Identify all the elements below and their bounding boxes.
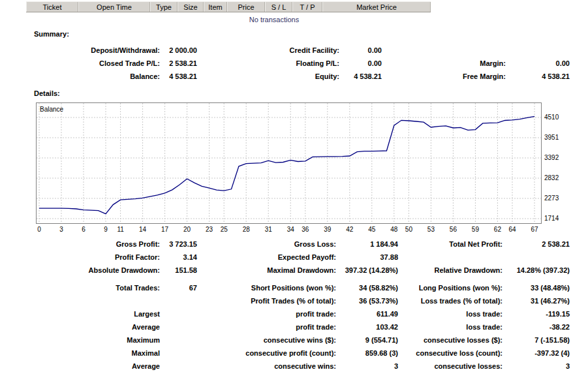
column-header-ticket[interactable]: Ticket [26, 2, 78, 12]
x-axis-label: 28 [243, 226, 250, 233]
stat-value: 3 [503, 362, 570, 370]
stat-row: Profit Trades (% of total):36 (53.73%)Lo… [26, 294, 570, 307]
stat-label: Total Net Profit: [398, 240, 503, 248]
column-header-open-time[interactable]: Open Time [78, 2, 150, 12]
stat-value: 36 (53.73%) [336, 297, 398, 305]
summary-value: 4 538.21 [160, 72, 197, 80]
stat-value: -38.22 [503, 323, 570, 331]
stat-label: consecutive profit (count): [197, 349, 336, 357]
stat-label: Average [26, 362, 160, 370]
stat-value: 397.32 (14.28%) [336, 266, 398, 274]
transactions-table-header: TicketOpen TimeTypeSizeItemPriceS / LT /… [26, 1, 431, 12]
x-axis-label: 50 [405, 226, 412, 233]
stat-value: 1 184.94 [336, 240, 398, 248]
column-header-t-p[interactable]: T / P [292, 2, 322, 12]
x-axis-label: 39 [324, 226, 331, 233]
stat-row: Averageconsecutive wins:3consecutive los… [26, 360, 570, 372]
column-header-item[interactable]: Item [204, 2, 227, 12]
column-header-price[interactable]: Price [227, 2, 265, 12]
y-axis-label: 1714 [544, 215, 559, 222]
stat-value: 611.49 [336, 310, 398, 318]
x-axis-label: 23 [206, 226, 213, 233]
stat-label: consecutive wins: [197, 362, 336, 370]
stat-label: Average [26, 323, 160, 331]
y-axis-label: 3951 [544, 134, 559, 141]
stat-label: Long Positions (won %): [398, 284, 503, 292]
summary-grid: Deposit/Withdrawal:2 000.00Credit Facili… [26, 44, 570, 83]
column-header-type[interactable]: Type [150, 2, 178, 12]
stat-label: Profit Trades (% of total): [197, 297, 336, 305]
stat-label: consecutive loss (count): [398, 349, 503, 357]
stat-label: loss trade: [398, 323, 503, 331]
x-axis-label: 17 [161, 226, 168, 233]
stat-label: Absolute Drawdown: [26, 266, 160, 274]
summary-heading: Summary: [34, 30, 69, 38]
column-header-size[interactable]: Size [178, 2, 204, 12]
summary-value: 4 538.21 [506, 72, 570, 80]
summary-label: Equity: [197, 72, 339, 80]
stat-label: Largest [26, 310, 160, 318]
x-axis-label: 9 [104, 226, 108, 233]
x-axis-label: 34 [287, 226, 294, 233]
stat-value: 3 [336, 362, 398, 370]
x-axis-label: 25 [221, 226, 228, 233]
stat-label: Profit Factor: [26, 253, 160, 261]
x-axis-label: 62 [494, 226, 501, 233]
y-axis-labels: 171422732832339239514510 [544, 102, 570, 224]
stat-row: Total Trades:67Short Positions (won %):3… [26, 281, 570, 294]
summary-label: Floating P/L: [197, 59, 339, 67]
stat-value: 2 538.21 [503, 240, 570, 248]
column-header-s-l[interactable]: S / L [265, 2, 292, 12]
x-axis-label: 45 [368, 226, 375, 233]
y-axis-label: 4510 [544, 114, 559, 121]
stat-label: consecutive losses ($): [398, 336, 503, 344]
summary-row: Balance:4 538.21Equity:4 538.21Free Marg… [26, 70, 570, 83]
stat-label: loss trade: [398, 310, 503, 318]
summary-value: 0.00 [339, 59, 382, 67]
stat-row: Gross Profit:3 723.15Gross Loss:1 184.94… [26, 238, 570, 251]
summary-value: 2 000.00 [160, 46, 197, 54]
summary-row: Closed Trade P/L:2 538.21Floating P/L:0.… [26, 57, 570, 70]
stat-value: 103.42 [336, 323, 398, 331]
chart-plot-area [37, 103, 541, 223]
x-axis-label: 31 [265, 226, 272, 233]
x-axis-label: 48 [390, 226, 397, 233]
stat-label: Total Trades: [26, 284, 160, 292]
x-axis-label: 6 [82, 226, 85, 233]
stat-value: 9 (554.71) [336, 336, 398, 344]
stat-label: profit trade: [197, 310, 336, 318]
stat-row: Maximumconsecutive wins ($):9 (554.71)co… [26, 333, 570, 347]
stat-label: Short Positions (won %): [197, 284, 336, 292]
summary-label: Balance: [26, 72, 160, 80]
balance-line [39, 116, 534, 213]
x-axis-labels: 0369111417202325283134363942454850535659… [37, 226, 541, 234]
column-header-market-price[interactable]: Market Price [322, 2, 431, 12]
summary-value: 2 538.21 [160, 59, 197, 67]
x-axis-label: 67 [531, 226, 538, 233]
details-heading: Details: [34, 89, 60, 97]
stat-value: 7 (-151.58) [503, 336, 570, 344]
x-axis-label: 11 [117, 226, 123, 233]
stat-value: 31 (46.27%) [503, 297, 570, 305]
stat-value: -397.32 (4) [503, 349, 570, 357]
summary-label: Credit Facility: [197, 46, 339, 54]
statistics-grid-top: Gross Profit:3 723.15Gross Loss:1 184.94… [26, 238, 570, 277]
x-axis-label: 56 [450, 226, 457, 233]
stat-row: Profit Factor:3.14Expected Payoff:37.88 [26, 251, 570, 264]
statistics-grid-bottom: Total Trades:67Short Positions (won %):3… [26, 281, 570, 372]
stat-label: Maximum [26, 336, 160, 344]
stat-label: Relative Drawdown: [398, 266, 503, 274]
stat-label: Gross Profit: [26, 240, 160, 248]
x-axis-label: 3 [59, 226, 63, 233]
summary-value: 4 538.21 [339, 72, 382, 80]
stat-value: 3.14 [160, 253, 197, 261]
stat-value: 67 [160, 284, 197, 292]
stat-value: 37.88 [336, 253, 398, 261]
y-axis-label: 3392 [544, 154, 559, 161]
x-axis-label: 0 [37, 226, 41, 233]
summary-label: Deposit/Withdrawal: [26, 46, 160, 54]
y-axis-label: 2273 [544, 194, 559, 202]
stat-label: profit trade: [197, 323, 336, 331]
stat-row: Averageprofit trade:103.42loss trade:-38… [26, 320, 570, 333]
stat-row: Absolute Drawdown:151.58Maximal Drawdown… [26, 264, 570, 277]
